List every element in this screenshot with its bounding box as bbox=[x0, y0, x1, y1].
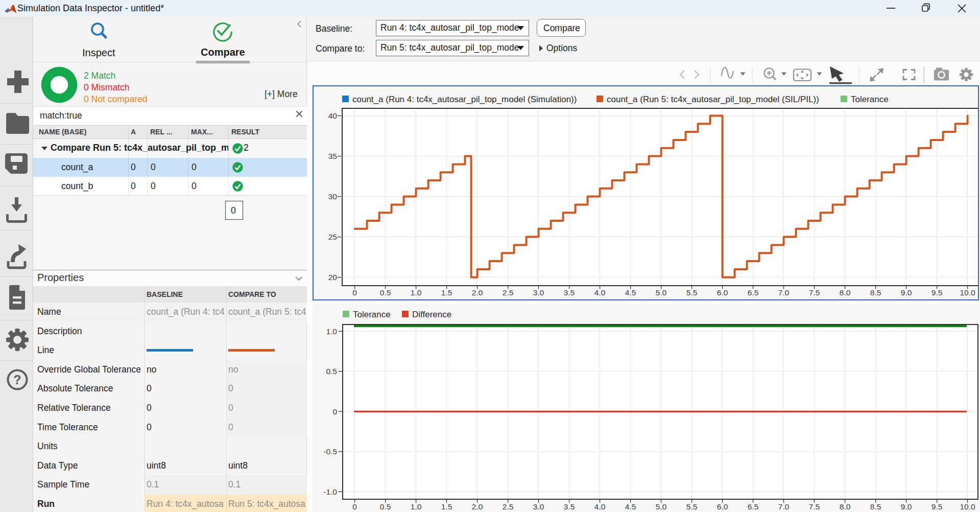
svg-text:0: 0 bbox=[332, 407, 337, 416]
svg-text:9.5: 9.5 bbox=[931, 502, 943, 511]
svg-text:count_a (Run 5: tc4x_autosar_p: count_a (Run 5: tc4x_autosar_pil_top_mod… bbox=[607, 95, 819, 104]
svg-text:5.0: 5.0 bbox=[656, 502, 667, 511]
svg-text:35: 35 bbox=[328, 152, 337, 160]
svg-text:9.0: 9.0 bbox=[901, 502, 912, 511]
svg-text:0: 0 bbox=[352, 288, 357, 297]
svg-text:5.5: 5.5 bbox=[686, 502, 698, 511]
svg-text:6.5: 6.5 bbox=[748, 288, 759, 297]
svg-text:3.5: 3.5 bbox=[564, 502, 575, 511]
svg-text:0.5: 0.5 bbox=[326, 367, 337, 376]
svg-text:9.0: 9.0 bbox=[901, 288, 912, 297]
svg-text:40: 40 bbox=[328, 111, 338, 120]
svg-text:5.0: 5.0 bbox=[656, 288, 667, 297]
svg-text:30: 30 bbox=[328, 192, 338, 201]
svg-text:8.0: 8.0 bbox=[840, 288, 851, 297]
svg-text:3.0: 3.0 bbox=[533, 288, 544, 297]
svg-text:2.5: 2.5 bbox=[503, 288, 514, 297]
svg-text:Tolerance: Tolerance bbox=[353, 310, 391, 319]
svg-text:25: 25 bbox=[328, 232, 337, 241]
svg-text:6.0: 6.0 bbox=[717, 502, 728, 511]
svg-text:7.0: 7.0 bbox=[778, 288, 790, 297]
svg-text:3.5: 3.5 bbox=[564, 288, 575, 297]
svg-text:2.0: 2.0 bbox=[472, 502, 483, 511]
svg-text:2.0: 2.0 bbox=[472, 288, 483, 297]
svg-text:4.5: 4.5 bbox=[625, 502, 636, 511]
svg-text:5.5: 5.5 bbox=[686, 288, 698, 297]
svg-text:2.5: 2.5 bbox=[503, 502, 514, 511]
svg-text:1.0: 1.0 bbox=[326, 327, 337, 336]
svg-text:0.5: 0.5 bbox=[380, 288, 391, 297]
svg-text:0.5: 0.5 bbox=[380, 502, 391, 511]
svg-text:-1.0: -1.0 bbox=[323, 487, 337, 496]
svg-text:count_a (Run 4: tc4x_autosar_p: count_a (Run 4: tc4x_autosar_pil_top_mod… bbox=[352, 95, 577, 104]
svg-text:4.5: 4.5 bbox=[625, 288, 636, 297]
svg-text:8.5: 8.5 bbox=[870, 502, 881, 511]
svg-text:7.0: 7.0 bbox=[778, 502, 790, 511]
svg-text:7.5: 7.5 bbox=[809, 288, 820, 297]
svg-text:0: 0 bbox=[352, 502, 357, 511]
svg-text:1.5: 1.5 bbox=[441, 288, 452, 297]
svg-text:Tolerance: Tolerance bbox=[851, 95, 889, 104]
svg-text:10.0: 10.0 bbox=[960, 502, 976, 511]
svg-text:6.0: 6.0 bbox=[717, 288, 728, 297]
svg-text:6.5: 6.5 bbox=[748, 502, 759, 511]
svg-text:10.0: 10.0 bbox=[960, 288, 976, 297]
svg-text:8.0: 8.0 bbox=[840, 502, 851, 511]
svg-text:7.5: 7.5 bbox=[809, 502, 820, 511]
svg-text:Difference: Difference bbox=[412, 310, 451, 319]
svg-text:3.0: 3.0 bbox=[533, 502, 544, 511]
svg-text:1.5: 1.5 bbox=[441, 502, 452, 511]
svg-text:4.0: 4.0 bbox=[594, 288, 606, 297]
svg-text:1.0: 1.0 bbox=[411, 288, 422, 297]
svg-text:-0.5: -0.5 bbox=[323, 447, 337, 456]
svg-text:4.0: 4.0 bbox=[594, 502, 606, 511]
svg-text:8.5: 8.5 bbox=[870, 288, 881, 297]
svg-text:1.0: 1.0 bbox=[411, 502, 422, 511]
svg-text:20: 20 bbox=[328, 273, 338, 282]
svg-text:9.5: 9.5 bbox=[931, 288, 943, 297]
